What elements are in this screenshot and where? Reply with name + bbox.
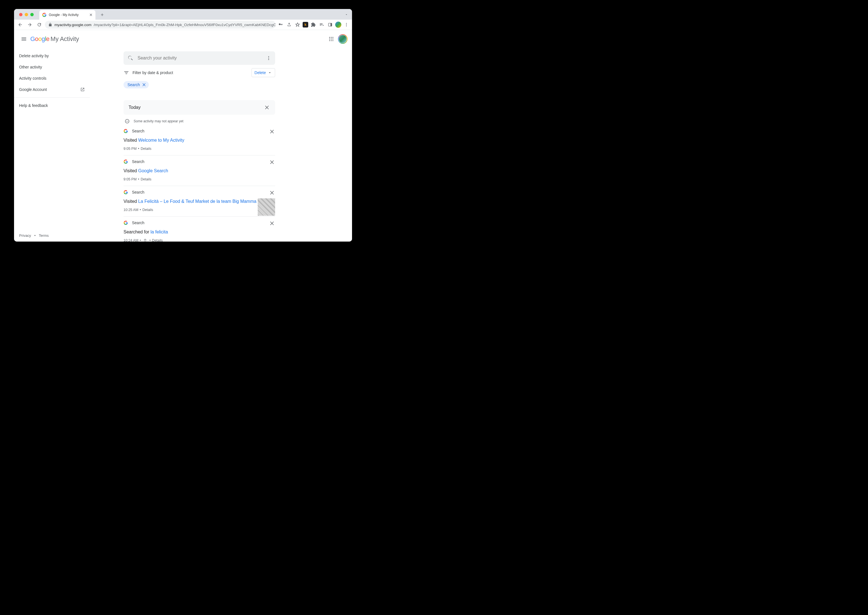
search-input[interactable] (138, 56, 266, 61)
browser-window: Google - My Activity ✕ + myactivity.goog… (14, 9, 352, 242)
activity-meta: 9:05 PM•Details (124, 177, 275, 181)
new-tab-button[interactable]: + (98, 11, 106, 19)
svg-point-20 (128, 121, 128, 122)
delete-item-button[interactable] (269, 129, 275, 134)
app-root: Google My Activity Delete activity by O (14, 30, 352, 242)
password-key-icon[interactable] (277, 21, 284, 28)
address-bar[interactable]: myactivity.google.com/myactivity?pli=1&r… (45, 21, 276, 29)
google-favicon-icon (124, 220, 128, 225)
activity-title: Visited La Felicità – Le Food & Teuf Mar… (124, 199, 275, 204)
search-box[interactable] (124, 52, 275, 65)
filter-chip-search[interactable]: Search (124, 81, 149, 88)
filter-button[interactable]: Filter by date & product (124, 70, 173, 75)
extension-k-icon[interactable]: k (303, 22, 308, 28)
more-vert-icon (266, 56, 271, 61)
activity-product: Search (132, 129, 144, 133)
reload-button[interactable] (35, 21, 43, 29)
forward-button[interactable] (26, 21, 34, 29)
tabs-dropdown-button[interactable] (344, 12, 349, 17)
svg-point-8 (329, 39, 330, 39)
tab-title: Google - My Activity (49, 13, 78, 17)
browser-tab[interactable]: Google - My Activity ✕ (39, 10, 95, 20)
browser-menu-button[interactable] (343, 21, 350, 28)
minimize-window-button[interactable] (25, 13, 28, 16)
filter-chips: Search (124, 81, 275, 88)
back-button[interactable] (16, 21, 24, 29)
playlist-icon[interactable] (318, 21, 325, 28)
privacy-link[interactable]: Privacy (19, 233, 31, 238)
activity-details-link[interactable]: Details (152, 239, 163, 242)
logo-block[interactable]: Google My Activity (30, 35, 79, 43)
search-options-button[interactable] (266, 56, 271, 61)
close-tab-button[interactable]: ✕ (89, 12, 93, 17)
activity-item: SearchVisited Google Search9:05 PM•Detai… (124, 155, 275, 186)
activity-list: SearchVisited Welcome to My Activity9:05… (124, 125, 275, 242)
delete-item-button[interactable] (269, 220, 275, 226)
activity-title: Visited Google Search (124, 169, 275, 173)
filter-label: Filter by date & product (133, 70, 173, 75)
sidebar-item-label: Delete activity by (19, 54, 49, 58)
google-favicon-icon (42, 12, 47, 17)
url-path: /myactivity?pli=1&rapt=AEjHL4Opls_Fm0k-Z… (94, 23, 276, 27)
svg-point-21 (145, 240, 146, 240)
sidebar-item-delete-activity[interactable]: Delete activity by (14, 50, 90, 61)
activity-details-link[interactable]: Details (141, 147, 151, 151)
activity-meta: 10:24 AM••Details (124, 239, 275, 242)
apps-grid-icon (328, 36, 334, 42)
activity-time: 10:25 AM (124, 208, 138, 212)
close-icon[interactable] (142, 83, 147, 87)
svg-point-19 (127, 121, 127, 122)
activity-meta: 10:25 AM•Details (124, 208, 275, 212)
activity-link[interactable]: La Felicità – Le Food & Teuf Market de l… (138, 199, 256, 204)
profile-avatar-button[interactable] (335, 22, 341, 28)
svg-point-2 (346, 23, 347, 24)
toolbar-right: k (277, 21, 350, 28)
activity-link[interactable]: Google Search (138, 169, 168, 173)
sidebar-item-activity-controls[interactable]: Activity controls (14, 73, 90, 84)
delete-button[interactable]: Delete (252, 68, 275, 77)
bookmark-star-icon[interactable] (294, 21, 301, 28)
browser-toolbar: myactivity.google.com/myactivity?pli=1&r… (14, 20, 352, 30)
delete-item-button[interactable] (269, 159, 275, 165)
activity-link[interactable]: Welcome to My Activity (138, 138, 184, 142)
activity-product: Search (132, 220, 144, 225)
activity-details-link[interactable]: Details (142, 208, 153, 212)
search-icon (127, 55, 134, 61)
filter-row: Filter by date & product Delete (124, 68, 275, 77)
chevron-down-icon (345, 13, 348, 16)
terms-link[interactable]: Terms (39, 233, 48, 238)
sidebar-item-help[interactable]: Help & feedback (14, 100, 90, 111)
svg-point-12 (331, 40, 332, 41)
extensions-puzzle-icon[interactable] (310, 21, 317, 28)
sidepanel-icon[interactable] (327, 21, 333, 28)
maximize-window-button[interactable] (30, 13, 34, 16)
activity-title: Searched for la felicita (124, 229, 275, 234)
main-content: Filter by date & product Delete Search (90, 48, 352, 242)
svg-point-13 (332, 40, 333, 41)
close-icon (269, 159, 275, 165)
activity-time: 10:24 AM (124, 239, 138, 242)
menu-button[interactable] (19, 34, 29, 44)
hamburger-icon (21, 36, 27, 42)
sidebar-item-other-activity[interactable]: Other activity (14, 61, 90, 73)
activity-details-link[interactable]: Details (141, 177, 151, 181)
svg-point-16 (268, 59, 269, 60)
share-icon[interactable] (286, 21, 292, 28)
sidebar-item-google-account[interactable]: Google Account (14, 84, 90, 95)
activity-action: Visited (124, 169, 138, 173)
reload-icon (37, 22, 42, 27)
activity-thumbnail[interactable] (258, 198, 275, 216)
close-icon (269, 129, 275, 134)
close-window-button[interactable] (19, 13, 22, 16)
delete-item-button[interactable] (269, 190, 275, 195)
activity-action: Visited (124, 199, 138, 204)
external-link-icon (80, 87, 85, 92)
tab-strip: Google - My Activity ✕ + (14, 9, 352, 20)
account-button[interactable] (338, 34, 347, 44)
delete-section-button[interactable] (264, 105, 270, 110)
section-header: Today (124, 100, 275, 115)
google-apps-button[interactable] (328, 36, 334, 42)
activity-link[interactable]: la felicita (150, 229, 168, 234)
svg-point-7 (332, 37, 333, 38)
activity-action: Searched for (124, 229, 150, 234)
